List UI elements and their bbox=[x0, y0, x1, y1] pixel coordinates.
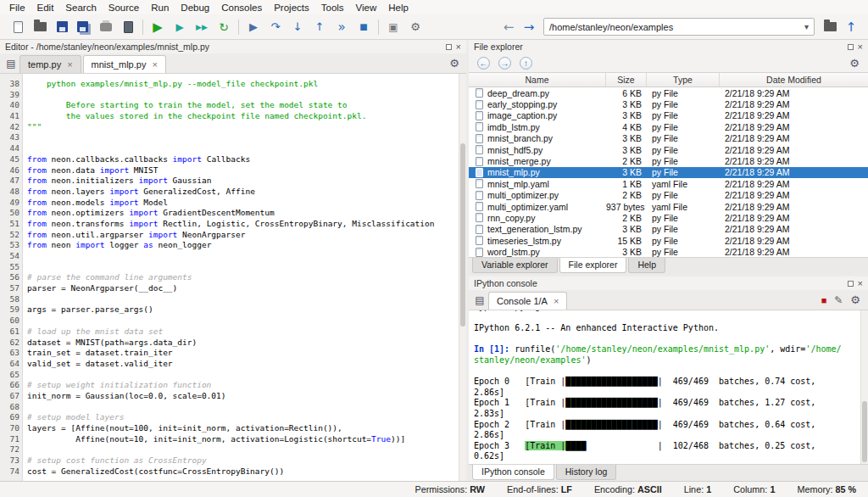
table-row[interactable]: text_generation_lstm.py3 KBpy File2/21/1… bbox=[469, 224, 868, 235]
stop-debug-icon[interactable]: ■ bbox=[353, 17, 375, 37]
table-row[interactable]: multi_optimizer.py2 KBpy File2/21/18 9:2… bbox=[469, 190, 868, 201]
close-icon[interactable]: × bbox=[456, 42, 461, 52]
browse-directory-icon[interactable] bbox=[819, 17, 841, 37]
new-file-icon[interactable] bbox=[7, 17, 29, 37]
column-header-name[interactable]: Name bbox=[469, 73, 606, 87]
table-row[interactable]: mnist_hdf5.py3 KBpy File2/21/18 9:29 AM bbox=[469, 144, 868, 155]
file-explorer-options-gear-icon[interactable]: ⚙ bbox=[849, 57, 860, 70]
tab-history-log[interactable]: History log bbox=[556, 465, 617, 480]
undock-icon[interactable] bbox=[848, 281, 854, 287]
editor-options-gear-icon[interactable]: ⚙ bbox=[445, 57, 464, 70]
code-line: dataset = MNIST(path=args.data_dir) bbox=[27, 338, 459, 349]
table-row[interactable]: mnist_branch.py3 KBpy File2/21/18 9:29 A… bbox=[469, 133, 868, 144]
close-icon[interactable]: × bbox=[152, 59, 157, 70]
code-token: from bbox=[27, 219, 47, 228]
code-token: Callbacks bbox=[202, 154, 250, 164]
file-icon bbox=[476, 157, 483, 166]
table-row[interactable]: timeseries_lstm.py15 KBpy File2/21/18 9:… bbox=[469, 235, 868, 246]
history-back-icon[interactable]: ← bbox=[477, 57, 490, 70]
debug-icon[interactable]: ▶ bbox=[242, 17, 264, 37]
file-explorer-toolbar: ← → ↑ ⚙ bbox=[469, 53, 868, 72]
save-all-icon[interactable] bbox=[73, 17, 95, 37]
table-row[interactable]: mnist_merge.py2 KBpy File2/21/18 9:29 AM bbox=[469, 155, 868, 166]
up-directory-icon[interactable]: ↑ bbox=[520, 57, 532, 70]
menu-item-tools[interactable]: Tools bbox=[315, 2, 350, 14]
table-row[interactable]: word_lstm.py3 KBpy File2/21/18 9:29 AM bbox=[469, 246, 868, 257]
close-file-icon[interactable] bbox=[117, 17, 139, 37]
history-forward-icon[interactable]: → bbox=[498, 57, 511, 70]
code-lines[interactable]: python examples/mnist_mlp.py --model_fil… bbox=[23, 74, 459, 481]
rename-console-icon[interactable]: ✎ bbox=[834, 294, 843, 306]
console-line: IPython 6.2.1 -- An enhanced Interactive… bbox=[474, 323, 860, 334]
browse-tabs-icon[interactable]: ▤ bbox=[3, 58, 19, 70]
close-icon[interactable]: × bbox=[858, 279, 863, 288]
continue-icon[interactable]: » bbox=[331, 17, 353, 37]
console-output[interactable]: Type "copyright", "credits" or "license"… bbox=[469, 310, 860, 464]
menu-item-view[interactable]: View bbox=[350, 2, 383, 14]
close-icon[interactable]: × bbox=[858, 42, 863, 52]
interrupt-kernel-icon[interactable]: ■ bbox=[821, 295, 827, 305]
menu-item-help[interactable]: Help bbox=[382, 2, 415, 14]
menu-item-source[interactable]: Source bbox=[103, 2, 145, 14]
parent-directory-icon[interactable]: ↑ bbox=[841, 20, 861, 35]
table-row[interactable]: early_stopping.py3 KBpy File2/21/18 9:29… bbox=[469, 98, 868, 109]
tab-ipython-console[interactable]: IPython console bbox=[472, 465, 554, 480]
tab-file-explorer[interactable]: File explorer bbox=[559, 258, 627, 273]
tab-mnist-mlp-py[interactable]: mnist_mlp.py× bbox=[83, 55, 166, 73]
menu-item-debug[interactable]: Debug bbox=[175, 2, 215, 14]
run-icon[interactable]: ▶ bbox=[147, 17, 169, 37]
console-options-gear-icon[interactable]: ⚙ bbox=[850, 293, 860, 306]
line-number: 71 bbox=[0, 434, 19, 445]
file-type: yaml File bbox=[647, 179, 720, 189]
file-name-cell: imdb_lstm.py bbox=[469, 122, 606, 132]
back-icon[interactable]: ← bbox=[498, 20, 519, 35]
console-scrollbar-thumb[interactable] bbox=[862, 401, 867, 462]
step-over-icon[interactable]: ↷ bbox=[264, 17, 287, 37]
folder-icon bbox=[824, 22, 837, 31]
close-icon[interactable]: × bbox=[67, 59, 72, 70]
undock-icon[interactable] bbox=[446, 44, 452, 50]
table-row[interactable]: mnist_mlp.yaml1 KByaml File2/21/18 9:29 … bbox=[469, 178, 868, 189]
table-row[interactable]: multi_optimizer.yaml937 bytesyaml File2/… bbox=[469, 201, 868, 212]
open-file-icon[interactable] bbox=[29, 17, 51, 37]
tab-variable-explorer[interactable]: Variable explorer bbox=[472, 258, 558, 273]
run-cell-advance-icon[interactable]: ▶▶ bbox=[191, 17, 213, 37]
rerun-icon[interactable]: ↻ bbox=[213, 17, 235, 37]
column-header-size[interactable]: Size bbox=[606, 73, 647, 87]
tab-help[interactable]: Help bbox=[628, 258, 665, 273]
run-cell-icon[interactable]: ▶ bbox=[169, 17, 191, 37]
undock-icon[interactable] bbox=[848, 44, 854, 50]
menu-item-consoles[interactable]: Consoles bbox=[215, 2, 268, 14]
save-icon[interactable] bbox=[51, 17, 73, 37]
menu-item-file[interactable]: File bbox=[3, 2, 31, 14]
table-row[interactable]: rnn_copy.py2 KBpy File2/21/18 9:29 AM bbox=[469, 212, 868, 223]
tab-console-1-a[interactable]: Console 1/A× bbox=[488, 292, 567, 310]
browse-tabs-icon[interactable]: ▤ bbox=[471, 294, 488, 306]
menu-item-edit[interactable]: Edit bbox=[31, 2, 60, 14]
column-header-date-modified[interactable]: Date Modified bbox=[720, 73, 868, 87]
menu-item-projects[interactable]: Projects bbox=[268, 2, 315, 14]
chevron-down-icon[interactable]: ▾ bbox=[804, 22, 809, 31]
close-icon[interactable]: × bbox=[554, 296, 559, 306]
maximize-pane-icon[interactable]: ▣ bbox=[382, 17, 404, 37]
print-icon[interactable] bbox=[95, 17, 117, 37]
table-row[interactable]: mnist_mlp.py3 KBpy File2/21/18 9:29 AM bbox=[469, 167, 868, 178]
tab-temp-py[interactable]: temp.py× bbox=[19, 55, 81, 73]
code-token: neon.optimizers bbox=[47, 208, 129, 217]
forward-icon[interactable]: → bbox=[519, 20, 539, 35]
editor-scrollbar-thumb[interactable] bbox=[460, 143, 465, 327]
console-scrollbar[interactable] bbox=[860, 310, 868, 464]
editor-scrollbar[interactable] bbox=[459, 74, 466, 481]
file-name: rnn_copy.py bbox=[487, 213, 535, 223]
table-row[interactable]: image_caption.py3 KBpy File2/21/18 9:29 … bbox=[469, 110, 868, 121]
working-directory-combobox[interactable]: /home/stanley/neon/examples ▾ bbox=[543, 18, 815, 36]
table-row[interactable]: imdb_lstm.py4 KBpy File2/21/18 9:29 AM bbox=[469, 121, 868, 132]
menu-item-run[interactable]: Run bbox=[145, 2, 175, 14]
ipython-console-pane: IPython console × ▤ Console 1/A× ■ ✎ ⚙ bbox=[469, 274, 868, 481]
tools-icon[interactable]: ⚙ bbox=[404, 17, 426, 37]
menu-item-search[interactable]: Search bbox=[59, 2, 102, 14]
step-into-icon[interactable]: ↓ bbox=[287, 17, 309, 37]
step-out-icon[interactable]: ↑ bbox=[309, 17, 331, 37]
table-row[interactable]: deep_dream.py6 KBpy File2/21/18 9:29 AM bbox=[469, 87, 868, 98]
column-header-type[interactable]: Type bbox=[647, 73, 720, 87]
